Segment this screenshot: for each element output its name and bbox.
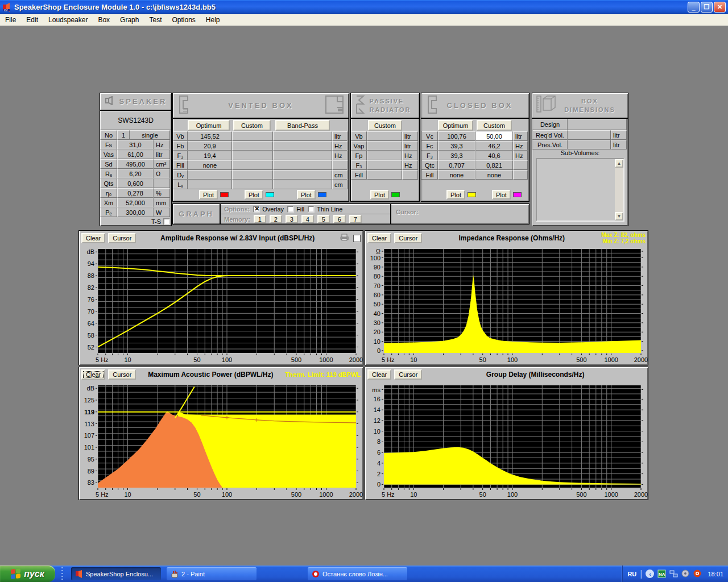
start-button[interactable]: пуск — [0, 566, 55, 582]
amplitude-print-checkbox[interactable] — [353, 235, 361, 242]
param-value: 0,278 — [117, 188, 154, 198]
param-value — [367, 160, 402, 170]
svg-text:70: 70 — [88, 308, 94, 315]
fill-option[interactable]: Fill — [287, 206, 304, 213]
opera-tray-icon[interactable] — [693, 569, 702, 578]
svg-text:50: 50 — [479, 491, 486, 498]
group-delay-chart: ms16141210864205 Hz105010050010002000 — [365, 382, 648, 500]
minimize-button[interactable]: _ — [688, 2, 700, 13]
passive-custom-button[interactable]: Custom — [368, 120, 402, 131]
overlay-option[interactable]: Overlay — [253, 206, 284, 213]
sub-volumes-listbox[interactable]: ▲ ▼ — [536, 158, 624, 222]
thin-line-option[interactable]: Thin Line — [308, 206, 342, 213]
amplitude-cursor-button[interactable]: Cursor — [108, 233, 136, 243]
na-tray-icon[interactable]: NA — [657, 569, 666, 578]
param-value: 39,3 — [438, 151, 475, 160]
vented-plot-bandpass-button[interactable]: Plot — [297, 190, 316, 199]
design-button[interactable]: Design — [532, 119, 568, 130]
svg-text:12: 12 — [374, 417, 380, 424]
menu-help[interactable]: Help — [201, 15, 225, 25]
maximize-button[interactable]: ❒ — [701, 2, 713, 13]
quick-launch-handle[interactable] — [60, 567, 65, 581]
windows-flag-icon — [11, 568, 20, 579]
group-delay-cursor-button[interactable]: Cursor — [394, 369, 422, 380]
svg-text:5 Hz: 5 Hz — [382, 491, 395, 498]
vented-optimum-button[interactable]: Optimum — [188, 120, 230, 131]
window-title: SpeakerShop Enclosure Module 1.0 - c:\jb… — [14, 3, 686, 11]
printer-icon[interactable] — [339, 233, 350, 243]
svg-text:82: 82 — [88, 284, 94, 291]
memory-button-5[interactable]: 5 — [317, 215, 330, 223]
memory-button-2[interactable]: 2 — [270, 215, 282, 223]
task-opera[interactable]: Останнє слово Лозін... — [308, 567, 407, 580]
param-value — [232, 151, 273, 160]
sub-volumes-scrollbar[interactable]: ▲ ▼ — [615, 159, 623, 221]
impedance-cursor-button[interactable]: Cursor — [394, 233, 422, 243]
vented-plot-optimum-button[interactable]: Plot — [199, 190, 218, 199]
svg-text:dB: dB — [87, 248, 94, 255]
paint-task-icon — [170, 569, 179, 578]
closed-plot-custom-button[interactable]: Plot — [492, 190, 511, 199]
disc-tray-icon[interactable] — [681, 569, 690, 578]
menu-test[interactable]: Test — [144, 15, 167, 25]
param-value: 46,2 — [475, 141, 513, 151]
power-clear-button[interactable]: Clear — [81, 369, 105, 380]
param-label: Fill — [351, 170, 367, 180]
svg-text:6: 6 — [377, 449, 380, 456]
param-unit: cm — [332, 180, 348, 189]
svg-text:83: 83 — [88, 479, 94, 486]
param-label: Vc — [421, 131, 438, 141]
group-delay-clear-button[interactable]: Clear — [367, 369, 391, 380]
svg-text:95: 95 — [88, 456, 94, 463]
closed-custom-button[interactable]: Custom — [477, 120, 512, 131]
svg-text:2000: 2000 — [634, 491, 648, 498]
passive-plot-button[interactable]: Plot — [370, 190, 389, 199]
memory-button-6[interactable]: 6 — [333, 215, 346, 223]
ts-row: T-S — [100, 217, 171, 226]
vented-custom-button[interactable]: Custom — [233, 120, 271, 131]
menu-options[interactable]: Options — [167, 15, 200, 25]
svg-text:5 Hz: 5 Hz — [96, 356, 109, 363]
hide-icons-chevron[interactable]: ‹ — [646, 569, 654, 578]
amplitude-clear-button[interactable]: Clear — [81, 233, 105, 243]
speaker-no-value[interactable]: 1 — [117, 130, 130, 140]
thin-line-checkbox[interactable] — [308, 206, 315, 213]
menu-box[interactable]: Box — [93, 15, 115, 25]
fill-checkbox[interactable] — [287, 206, 294, 213]
menu-graph[interactable]: Graph — [115, 15, 144, 25]
menu-loudspeaker[interactable]: Loudspeaker — [43, 15, 93, 25]
task-paint[interactable]: 2 - Paint — [167, 567, 257, 580]
passive-radiator-header: PASSIVERADIATOR — [351, 93, 419, 119]
vented-plot-custom-button[interactable]: Plot — [245, 190, 263, 199]
vented-box-buttons: Optimum Custom Band-Pass — [173, 119, 349, 131]
speaker-mode[interactable]: single — [130, 130, 170, 140]
close-button[interactable]: ✕ — [714, 2, 726, 13]
closed-plot-optimum-button[interactable]: Plot — [446, 190, 465, 199]
network-tray-icon[interactable] — [669, 569, 678, 578]
closed-optimum-button[interactable]: Optimum — [438, 120, 473, 131]
scroll-up-icon[interactable]: ▲ — [615, 159, 623, 168]
power-cursor-button[interactable]: Cursor — [108, 369, 136, 380]
menu-edit[interactable]: Edit — [21, 15, 43, 25]
passive-plot-row: Plot — [351, 189, 419, 200]
scroll-down-icon[interactable]: ▼ — [615, 212, 623, 221]
menu-file[interactable]: File — [0, 15, 21, 25]
ts-checkbox[interactable] — [163, 218, 170, 225]
closed-custom-vc-field[interactable]: 50,00 — [475, 131, 513, 141]
param-value: 0,821 — [475, 160, 513, 170]
svg-text:2000: 2000 — [634, 356, 648, 363]
task-speakershop[interactable]: SpeakerShop Enclosu... — [71, 567, 161, 580]
memory-button-7[interactable]: 7 — [349, 215, 362, 223]
closed-box-table: Vc100,7650,00litr Fc39,346,2Hz F₃39,340,… — [421, 131, 529, 189]
impedance-clear-button[interactable]: Clear — [367, 233, 391, 243]
svg-text:10: 10 — [410, 491, 417, 498]
memory-button-1[interactable]: 1 — [254, 215, 266, 223]
param-label: Fill — [173, 160, 188, 170]
overlay-checkbox[interactable] — [253, 206, 260, 213]
svg-text:5 Hz: 5 Hz — [96, 491, 109, 498]
memory-button-3[interactable]: 3 — [286, 215, 298, 223]
memory-button-4[interactable]: 4 — [301, 215, 314, 223]
language-indicator[interactable]: RU — [627, 571, 636, 577]
vented-bandpass-button[interactable]: Band-Pass — [275, 120, 330, 131]
svg-text:Ω: Ω — [376, 248, 380, 255]
